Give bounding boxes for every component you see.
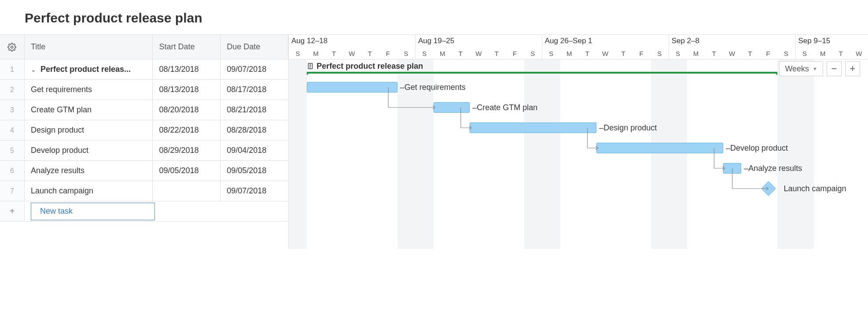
summary-task[interactable]: Perfect product release plan: [307, 61, 423, 71]
timeline-body[interactable]: Perfect product release plan–Get require…: [289, 59, 868, 249]
day-label: T: [578, 45, 596, 59]
row-title[interactable]: Analyze results: [25, 161, 153, 181]
day-label: T: [488, 45, 506, 59]
day-label: S: [651, 45, 669, 59]
week-label: Aug 19–25: [416, 35, 542, 45]
week-label: Aug 12–18: [289, 35, 415, 45]
caret-down-icon: ▼: [813, 66, 817, 71]
row-start-date[interactable]: 08/13/2018: [153, 80, 221, 100]
zoom-out-button[interactable]: −: [827, 61, 842, 76]
row-due-date[interactable]: 09/04/2018: [221, 141, 288, 160]
milestone[interactable]: [761, 181, 776, 196]
weekend-column: [524, 59, 542, 249]
zoom-label: Weeks: [785, 64, 809, 74]
row-title: Perfect product releas...: [40, 65, 131, 74]
task-bar[interactable]: [307, 82, 397, 93]
clipboard-icon: [307, 62, 314, 70]
summary-title: Perfect product release plan: [316, 62, 423, 71]
row-title[interactable]: Design product: [25, 120, 153, 140]
row-number: 2: [0, 80, 25, 100]
day-label: W: [343, 45, 361, 59]
row-number: 3: [0, 100, 25, 120]
task-bar[interactable]: [434, 102, 470, 113]
day-label: S: [542, 45, 560, 59]
row-due-date[interactable]: 09/07/2018: [221, 181, 288, 201]
timeline-panel: Aug 12–18SMTWTFSAug 19–25SMTWTFSAug 26–S…: [289, 35, 868, 249]
day-label: S: [397, 45, 415, 59]
task-bar-label: –Develop product: [726, 143, 788, 153]
row-number: 7: [0, 181, 25, 201]
table-row[interactable]: 6 Analyze results 09/05/2018 09/05/2018: [0, 161, 288, 181]
day-label: T: [614, 45, 633, 59]
table-row[interactable]: 1 ⌄ Perfect product releas... 08/13/2018…: [0, 59, 288, 80]
row-title[interactable]: Get requirements: [25, 80, 153, 100]
row-start-date[interactable]: 08/13/2018: [153, 59, 221, 79]
task-bar-label: –Design product: [599, 122, 657, 133]
zoom-in-button[interactable]: +: [845, 61, 860, 76]
day-label: F: [379, 45, 397, 59]
week-label: Sep 2–8: [669, 35, 795, 45]
day-label: W: [850, 45, 868, 59]
day-label: S: [416, 45, 434, 59]
day-label: S: [796, 45, 814, 59]
day-label: T: [705, 45, 723, 59]
weekend-column: [669, 59, 687, 249]
table-row[interactable]: 2 Get requirements 08/13/2018 08/17/2018: [0, 80, 288, 100]
col-header-title[interactable]: Title: [25, 35, 153, 59]
row-title[interactable]: Create GTM plan: [25, 100, 153, 120]
zoom-select[interactable]: Weeks ▼: [779, 61, 823, 76]
settings-button[interactable]: [0, 35, 25, 59]
task-bar-label: –Get requirements: [400, 82, 466, 93]
timeline-header: Aug 12–18SMTWTFSAug 19–25SMTWTFSAug 26–S…: [289, 35, 868, 59]
row-number: 6: [0, 161, 25, 181]
col-header-due[interactable]: Due Date: [221, 35, 288, 59]
task-table: Title Start Date Due Date 1 ⌄ Perfect pr…: [0, 35, 289, 249]
task-bar[interactable]: [596, 143, 723, 153]
row-title-cell[interactable]: ⌄ Perfect product releas...: [25, 59, 153, 79]
row-due-date[interactable]: 09/07/2018: [221, 59, 288, 79]
day-label: T: [741, 45, 759, 59]
row-number: 4: [0, 120, 25, 140]
row-start-date[interactable]: 09/05/2018: [153, 161, 221, 181]
row-due-date[interactable]: 08/17/2018: [221, 80, 288, 100]
new-task-row[interactable]: + New task: [0, 201, 288, 222]
day-label: T: [452, 45, 470, 59]
weekend-column: [289, 59, 307, 249]
task-bar[interactable]: [723, 163, 741, 174]
summary-bar[interactable]: [307, 72, 777, 74]
day-label: T: [325, 45, 343, 59]
page-title: Perfect product release plan: [0, 0, 868, 34]
add-task-button[interactable]: +: [0, 201, 25, 221]
day-label: M: [307, 45, 325, 59]
table-row[interactable]: 5 Develop product 08/29/2018 09/04/2018: [0, 141, 288, 161]
chevron-down-icon[interactable]: ⌄: [31, 66, 36, 73]
task-bar-label: –Create GTM plan: [472, 102, 537, 113]
row-due-date[interactable]: 08/28/2018: [221, 120, 288, 140]
task-bar[interactable]: [470, 122, 596, 133]
task-bar-label: –Analyze results: [744, 163, 802, 174]
svg-point-0: [11, 46, 13, 48]
day-label: F: [506, 45, 524, 59]
col-header-start[interactable]: Start Date: [153, 35, 221, 59]
day-label: M: [434, 45, 452, 59]
week-label: Aug 26–Sep 1: [542, 35, 669, 45]
row-title[interactable]: Develop product: [25, 141, 153, 160]
row-start-date[interactable]: 08/29/2018: [153, 141, 221, 160]
new-task-input[interactable]: New task: [31, 203, 155, 220]
row-start-date[interactable]: 08/20/2018: [153, 100, 221, 120]
row-start-date[interactable]: 08/22/2018: [153, 120, 221, 140]
day-label: S: [524, 45, 542, 59]
weekend-column: [777, 59, 795, 249]
table-row[interactable]: 4 Design product 08/22/2018 08/28/2018: [0, 120, 288, 141]
row-number: 1: [0, 59, 25, 79]
table-row[interactable]: 3 Create GTM plan 08/20/2018 08/21/2018: [0, 100, 288, 120]
row-due-date[interactable]: 08/21/2018: [221, 100, 288, 120]
day-label: W: [470, 45, 488, 59]
day-label: F: [633, 45, 651, 59]
row-title[interactable]: Launch campaign: [25, 181, 153, 201]
table-row[interactable]: 7 Launch campaign 09/07/2018: [0, 181, 288, 201]
row-start-date[interactable]: [153, 181, 221, 201]
day-label: S: [289, 45, 307, 59]
day-label: M: [687, 45, 705, 59]
row-due-date[interactable]: 09/05/2018: [221, 161, 288, 181]
